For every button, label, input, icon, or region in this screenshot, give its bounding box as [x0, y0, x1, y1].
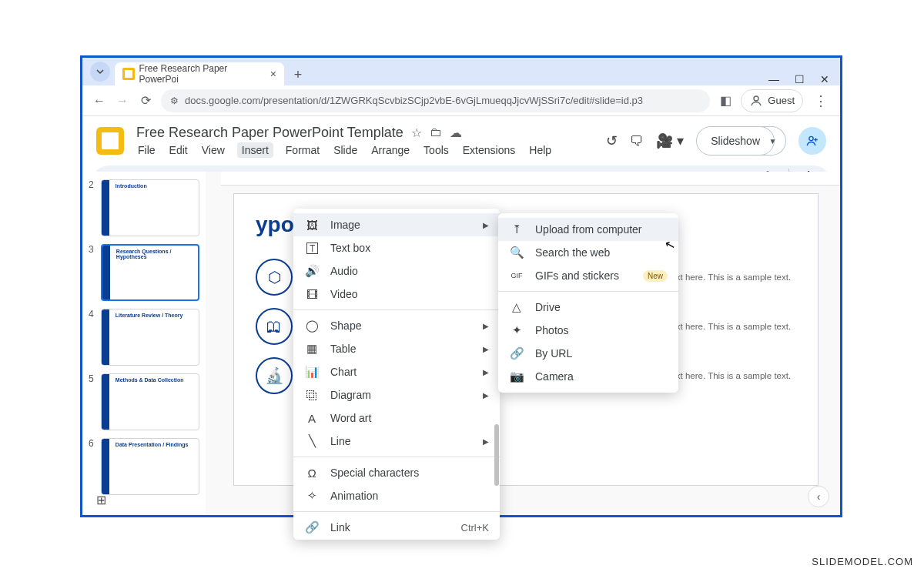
insert-link[interactable]: 🔗LinkCtrl+K: [293, 516, 500, 539]
url-input[interactable]: ⚙ docs.google.com/presentation/d/1ZWGRKq…: [161, 89, 710, 112]
slide-thumbnail[interactable]: Introduction: [101, 179, 199, 236]
search-the-web-icon: 🔍: [509, 246, 524, 259]
insert-video[interactable]: 🎞Video: [293, 283, 500, 306]
insert-animation[interactable]: ✧Animation: [293, 484, 500, 507]
browser-window: Free Research Paper PowerPoi × + — ☐ ✕ ←…: [80, 55, 842, 517]
document-title[interactable]: Free Research Paper PowerPoint Template: [136, 125, 403, 141]
back-button[interactable]: ←: [92, 94, 107, 108]
reader-mode-icon[interactable]: ◧: [718, 93, 733, 108]
image-upload-from-computer[interactable]: ⤒Upload from computer: [498, 218, 678, 241]
profile-guest-chip[interactable]: Guest: [741, 89, 803, 112]
site-settings-icon[interactable]: ⚙: [170, 95, 179, 106]
audio-icon: 🔊: [304, 264, 320, 278]
thumbnail-rail[interactable]: 2 Introduction 3 Research Questions / Hy…: [82, 172, 206, 515]
word-art-icon: A: [304, 412, 320, 425]
meet-button[interactable]: 🎥 ▾: [656, 132, 684, 149]
image-drive[interactable]: △Drive: [498, 296, 678, 319]
menu-edit[interactable]: Edit: [168, 142, 189, 158]
image-search-the-web[interactable]: 🔍Search the web: [498, 241, 678, 264]
watermark: SLIDEMODEL.COM: [812, 556, 913, 567]
slide-thumbnail[interactable]: Research Questions / Hypotheses: [101, 244, 199, 301]
image-gifs-and-stickers[interactable]: GIFGIFs and stickersNew: [498, 264, 678, 287]
photos-icon: ✦: [509, 323, 524, 337]
insert-line[interactable]: ╲Line▶: [293, 430, 500, 453]
insert-shape[interactable]: ◯Shape▶: [293, 314, 500, 337]
menu-divider: [293, 511, 500, 512]
slideshow-dropdown[interactable]: ▼: [760, 126, 786, 156]
insert-comment[interactable]: 🗨CommentCtrl+Alt+M: [293, 539, 500, 540]
slide-thumbnail[interactable]: Methods & Data Collection: [101, 373, 199, 430]
slides-logo-icon[interactable]: [96, 127, 124, 155]
insert-image[interactable]: 🖼Image▶: [293, 213, 500, 236]
new-badge: New: [643, 270, 668, 282]
upload-from-computer-icon: ⤒: [509, 222, 524, 236]
history-button[interactable]: ↺: [606, 132, 618, 149]
thumb-number: 5: [89, 373, 96, 430]
menu-tools[interactable]: Tools: [422, 142, 450, 158]
image-by-url[interactable]: 🔗By URL: [498, 342, 678, 365]
insert-special-characters[interactable]: ΩSpecial characters: [293, 461, 500, 484]
slides-favicon-icon: [122, 68, 135, 80]
grid-view-button[interactable]: ⊞: [96, 493, 106, 507]
explore-button[interactable]: ‹: [808, 486, 829, 507]
menu-divider: [293, 457, 500, 457]
text-box-icon: 🅃: [304, 242, 320, 255]
minimize-button[interactable]: —: [768, 73, 779, 85]
bullet-icon: 🕮: [256, 308, 293, 345]
url-text: docs.google.com/presentation/d/1ZWGRKqSc…: [185, 95, 643, 106]
slide-thumbnail[interactable]: Literature Review / Theory: [101, 309, 199, 366]
image-icon: 🖼: [304, 219, 320, 232]
maximize-button[interactable]: ☐: [795, 73, 805, 85]
insert-chart[interactable]: 📊Chart▶: [293, 360, 500, 383]
comments-button[interactable]: 🗨: [630, 133, 644, 149]
tab-search-button[interactable]: [90, 62, 110, 82]
bullet-icon: 🔬: [256, 357, 293, 394]
animation-icon: ✧: [304, 489, 320, 503]
thumb-number: 2: [89, 179, 96, 236]
slide-thumbnail[interactable]: Data Presentation / Findings: [101, 438, 199, 495]
insert-audio[interactable]: 🔊Audio: [293, 259, 500, 283]
line-icon: ╲: [304, 434, 320, 448]
menu-format[interactable]: Format: [284, 142, 321, 158]
menu-bar: FileEditViewInsertFormatSlideArrangeTool…: [136, 142, 553, 158]
menu-extensions[interactable]: Extensions: [461, 142, 517, 158]
new-tab-button[interactable]: +: [287, 64, 309, 85]
menu-slide[interactable]: Slide: [332, 142, 359, 158]
menu-insert[interactable]: Insert: [237, 142, 273, 158]
insert-table[interactable]: ▦Table▶: [293, 337, 500, 360]
forward-button[interactable]: →: [115, 94, 130, 108]
star-button[interactable]: ☆: [411, 125, 422, 140]
browser-tab[interactable]: Free Research Paper PowerPoi ×: [115, 62, 284, 85]
menu-file[interactable]: File: [136, 142, 157, 158]
shortcut: Ctrl+K: [461, 522, 489, 534]
menu-view[interactable]: View: [200, 142, 226, 158]
tab-close-button[interactable]: ×: [270, 68, 276, 80]
insert-diagram[interactable]: ⿻Diagram▶: [293, 383, 500, 406]
menu-arrange[interactable]: Arrange: [370, 142, 411, 158]
close-window-button[interactable]: ✕: [820, 73, 829, 85]
link-icon: 🔗: [304, 520, 320, 534]
cloud-status-icon[interactable]: ☁: [450, 125, 462, 140]
address-bar: ← → ⟳ ⚙ docs.google.com/presentation/d/1…: [82, 85, 840, 116]
move-button[interactable]: 🗀: [430, 125, 442, 139]
diagram-icon: ⿻: [304, 389, 320, 402]
slideshow-label: Slideshow: [711, 135, 760, 147]
menu-help[interactable]: Help: [527, 142, 553, 158]
person-add-icon: [805, 134, 819, 148]
video-icon: 🎞: [304, 288, 320, 301]
insert-word-art[interactable]: AWord art: [293, 406, 500, 430]
table-icon: ▦: [304, 342, 320, 356]
share-button[interactable]: [798, 127, 826, 155]
browser-tab-strip: Free Research Paper PowerPoi × + — ☐ ✕: [82, 58, 840, 85]
svg-point-1: [809, 136, 813, 140]
insert-text-box[interactable]: 🅃Text box: [293, 236, 500, 259]
image-camera[interactable]: 📷Camera: [498, 365, 678, 388]
menu-divider: [293, 309, 500, 310]
svg-point-0: [754, 96, 758, 101]
insert-menu-dropdown: 🖼Image▶🅃Text box🔊Audio🎞Video◯Shape▶▦Tabl…: [293, 209, 500, 540]
submenu-arrow-icon: ▶: [483, 437, 489, 446]
reload-button[interactable]: ⟳: [138, 93, 153, 108]
browser-menu-button[interactable]: ⋮: [811, 92, 831, 109]
submenu-arrow-icon: ▶: [483, 368, 489, 376]
image-photos[interactable]: ✦Photos: [498, 319, 678, 342]
